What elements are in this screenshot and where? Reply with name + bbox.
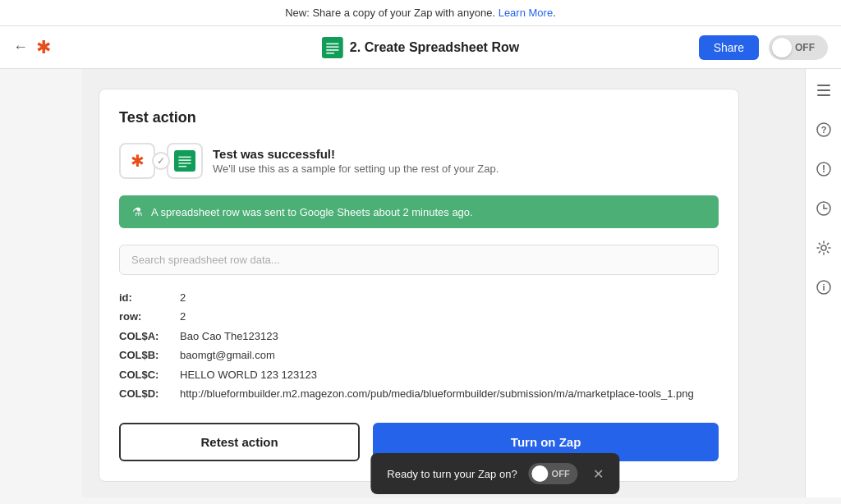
test-success-subtext: We'll use this as a sample for setting u… bbox=[213, 163, 499, 175]
svg-point-20 bbox=[821, 245, 826, 250]
svg-rect-6 bbox=[178, 157, 191, 158]
header: ← ✱ 2. Create Spreadsheet Row Share OFF bbox=[0, 26, 841, 69]
content-area: Test action ✱ ✓ bbox=[82, 69, 805, 497]
sheets-action-icon bbox=[167, 143, 203, 179]
svg-text:i: i bbox=[822, 282, 825, 292]
header-title: 2. Create Spreadsheet Row bbox=[350, 40, 519, 55]
header-right: Share OFF bbox=[699, 35, 828, 60]
sheets-header-icon bbox=[322, 37, 343, 58]
left-sidebar bbox=[0, 69, 82, 497]
svg-rect-7 bbox=[178, 159, 191, 161]
row-value: 2 bbox=[180, 307, 186, 326]
toast-toggle-label: OFF bbox=[552, 469, 570, 479]
row-label: row: bbox=[119, 307, 177, 326]
svg-rect-2 bbox=[326, 46, 338, 48]
help-icon[interactable]: ? bbox=[812, 118, 835, 141]
header-center: 2. Create Spreadsheet Row bbox=[322, 37, 519, 58]
zap-logo-icon: ✱ bbox=[36, 37, 51, 58]
svg-rect-11 bbox=[817, 89, 830, 91]
svg-text:!: ! bbox=[822, 163, 825, 175]
colA-label: COL$A: bbox=[119, 327, 177, 346]
panel: Test action ✱ ✓ bbox=[99, 89, 739, 482]
colC-label: COL$C: bbox=[119, 365, 177, 384]
search-box[interactable]: Search spreadsheet row data... bbox=[119, 245, 719, 275]
data-row-colC: COL$C: HELLO WORLD 123 123123 bbox=[119, 365, 719, 384]
data-row-colA: COL$A: Bao Cao The123123 bbox=[119, 327, 719, 346]
learn-more-link[interactable]: Learn More bbox=[499, 7, 553, 19]
colD-value: http://blueformbuilder.m2.magezon.com/pu… bbox=[180, 384, 694, 403]
right-sidebar: ? ! i bbox=[805, 69, 841, 497]
svg-rect-1 bbox=[326, 43, 338, 44]
retest-button[interactable]: Retest action bbox=[119, 423, 360, 461]
icon-group: ✱ ✓ bbox=[119, 143, 203, 179]
info-icon[interactable]: i bbox=[812, 276, 835, 299]
test-info: Test was successful! We'll use this as a… bbox=[213, 147, 499, 175]
data-row-row: row: 2 bbox=[119, 307, 719, 326]
toast-toggle[interactable]: OFF bbox=[529, 463, 578, 484]
svg-rect-8 bbox=[178, 163, 191, 164]
share-button[interactable]: Share bbox=[699, 35, 759, 60]
gear-icon[interactable] bbox=[812, 236, 835, 259]
colA-value: Bao Cao The123123 bbox=[180, 327, 278, 346]
panel-title: Test action bbox=[119, 109, 719, 126]
alert-icon[interactable]: ! bbox=[812, 158, 835, 181]
toast-close-icon[interactable]: ✕ bbox=[593, 466, 604, 482]
banner-text: A spreadsheet row was sent to Google She… bbox=[151, 206, 473, 218]
header-left: ← ✱ bbox=[13, 37, 51, 58]
colB-label: COL$B: bbox=[119, 346, 177, 364]
zap-trigger-icon: ✱ bbox=[119, 143, 155, 179]
data-row-id: id: 2 bbox=[119, 288, 719, 307]
colB-value: baomgt@gmail.com bbox=[180, 346, 275, 364]
id-value: 2 bbox=[180, 288, 186, 307]
clock-icon[interactable] bbox=[812, 197, 835, 220]
toast-toggle-knob bbox=[532, 465, 549, 482]
header-toggle[interactable]: OFF bbox=[769, 35, 828, 60]
svg-text:?: ? bbox=[820, 125, 826, 135]
data-table: id: 2 row: 2 COL$A: Bao Cao The123123 CO… bbox=[119, 288, 719, 403]
test-header: ✱ ✓ Test was successful! We'l bbox=[119, 143, 719, 179]
toggle-knob bbox=[772, 38, 792, 57]
svg-rect-12 bbox=[817, 94, 830, 96]
data-row-colD: COL$D: http://blueformbuilder.m2.magezon… bbox=[119, 384, 719, 403]
colC-value: HELLO WORLD 123 123123 bbox=[180, 365, 317, 384]
svg-rect-5 bbox=[174, 150, 195, 172]
banner-flask-icon: ⚗ bbox=[132, 205, 143, 218]
colD-label: COL$D: bbox=[119, 384, 177, 403]
bottom-toast: Ready to turn your Zap on? OFF ✕ bbox=[370, 453, 619, 494]
test-success-heading: Test was successful! bbox=[213, 147, 499, 161]
toast-text: Ready to turn your Zap on? bbox=[387, 468, 517, 480]
svg-rect-3 bbox=[326, 49, 338, 51]
svg-rect-9 bbox=[178, 166, 186, 167]
toggle-label: OFF bbox=[795, 42, 815, 53]
menu-icon[interactable] bbox=[812, 79, 835, 102]
announcement-bar: New: Share a copy of your Zap with anyon… bbox=[0, 0, 841, 26]
search-placeholder: Search spreadsheet row data... bbox=[131, 254, 280, 266]
id-label: id: bbox=[119, 288, 177, 307]
announcement-text: New: Share a copy of your Zap with anyon… bbox=[285, 7, 495, 19]
svg-rect-4 bbox=[326, 52, 334, 53]
data-row-colB: COL$B: baomgt@gmail.com bbox=[119, 346, 719, 364]
main-layout: Test action ✱ ✓ bbox=[0, 69, 841, 497]
success-banner: ⚗ A spreadsheet row was sent to Google S… bbox=[119, 195, 719, 228]
svg-rect-10 bbox=[817, 85, 830, 86]
check-icon: ✓ bbox=[152, 152, 170, 170]
back-arrow-icon[interactable]: ← bbox=[13, 39, 28, 56]
